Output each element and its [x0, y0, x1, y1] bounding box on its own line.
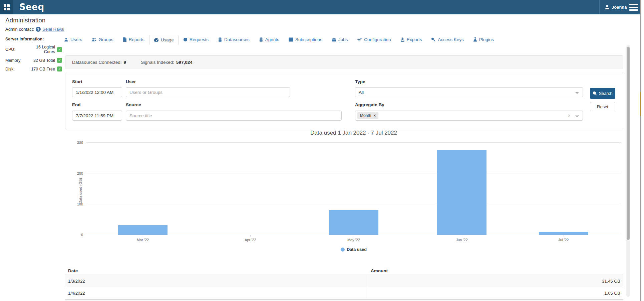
legend-item-data-used[interactable]: Data used: [341, 247, 367, 252]
clear-selection-icon[interactable]: ×: [568, 113, 571, 118]
source-input[interactable]: [126, 111, 342, 121]
content-scrollbar-track[interactable]: [626, 45, 630, 297]
amount-cell: 31.45 GB: [368, 275, 623, 287]
legend-marker-icon: [341, 248, 345, 252]
question-circle-icon: ?: [36, 27, 41, 32]
reset-button[interactable]: Reset: [590, 102, 615, 111]
x-tick: [250, 235, 251, 237]
admin-contact-link[interactable]: Sejal Raval: [42, 27, 64, 32]
x-tick-label: Mar '22: [137, 238, 149, 242]
y-tick-label: 0: [81, 233, 83, 237]
stats-bar: Datasources Connected: 9 Signals Indexed…: [65, 55, 623, 69]
x-tick: [564, 235, 564, 237]
x-tick: [354, 235, 354, 237]
gridline: [86, 173, 621, 173]
search-icon: [593, 91, 597, 96]
signals-indexed-stat: Signals Indexed: 597,024: [141, 60, 193, 65]
aggregate-by-multiselect[interactable]: Month × ×: [355, 111, 583, 121]
admin-contact: Admin contact: ? Sejal Raval: [5, 27, 64, 32]
x-tick-label: Jun '22: [456, 238, 467, 242]
aggregate-tag-month: Month ×: [357, 112, 378, 119]
date-cell: 1/3/2022: [65, 275, 368, 287]
gridline: [86, 204, 621, 204]
x-tick: [462, 235, 462, 237]
check-icon: ✓: [57, 47, 62, 52]
grid-icon: [4, 4, 10, 10]
main-content: Datasources Connected: 9 Signals Indexed…: [65, 0, 623, 301]
admin-contact-label: Admin contact:: [5, 27, 34, 32]
user-label: User: [126, 79, 136, 84]
amount-cell: 1.05 GB: [368, 287, 623, 299]
date-column-header: Date: [65, 267, 368, 275]
usage-filter-panel: Start User Type All End Source Aggregate…: [65, 73, 623, 129]
scroll-annotation-marker: [640, 92, 641, 116]
x-tick-label: Jul '22: [558, 238, 569, 242]
hamburger-menu-icon[interactable]: [629, 4, 638, 11]
end-label: End: [72, 102, 81, 107]
type-label: Type: [355, 79, 365, 84]
y-tick-label: 200: [77, 171, 83, 175]
aggregate-by-label: Aggregate By: [355, 102, 384, 107]
table-row-partial: [65, 299, 623, 301]
x-tick-label: May '22: [347, 238, 360, 242]
start-date-input[interactable]: [72, 87, 122, 97]
content-scrollbar-thumb[interactable]: [627, 47, 630, 240]
server-info-cpu: CPU: 16 Logical Cores ✓: [5, 45, 62, 54]
table-header-row: Date Amount: [65, 267, 623, 275]
y-axis-title: Data used (GB): [78, 178, 82, 203]
signals-indexed-value: 597,024: [176, 60, 193, 65]
server-info-disk: Disk: 170 GB Free ✓: [5, 66, 62, 71]
table-row: 1/3/2022 31.45 GB: [65, 275, 623, 287]
seeq-logo: Seeq: [19, 2, 44, 12]
chart-plot: 0100200300Mar '22Apr '22May '22Jun '22Ju…: [86, 143, 621, 235]
gridline: [86, 142, 621, 143]
start-label: Start: [72, 79, 82, 84]
app-grid-button[interactable]: [0, 0, 13, 14]
end-date-input[interactable]: [72, 111, 122, 121]
datasources-connected-value: 9: [124, 60, 126, 65]
server-info-memory: Memory: 32 GB Total ✓: [5, 58, 62, 63]
chart-legend: Data used: [86, 247, 621, 252]
remove-tag-icon[interactable]: ×: [373, 113, 376, 118]
table-row: 1/4/2022 1.05 GB: [65, 287, 623, 299]
window-edge-scrollbar[interactable]: [640, 0, 641, 301]
check-icon: ✓: [57, 66, 62, 71]
y-tick-label: 300: [77, 141, 83, 145]
datasources-connected-stat: Datasources Connected: 9: [72, 60, 126, 65]
search-button[interactable]: Search: [590, 88, 615, 99]
server-info-heading: Server Information:: [5, 37, 62, 41]
chevron-down-icon: [575, 91, 579, 95]
bar-may22[interactable]: [329, 210, 378, 235]
y-tick-label: 100: [77, 202, 83, 206]
bar-jul22[interactable]: [539, 232, 588, 235]
server-info-panel: Server Information: CPU: 16 Logical Core…: [5, 37, 62, 75]
type-selected-value: All: [359, 90, 364, 95]
chart-title: Data used 1 Jan 2022 - 7 Jul 2022: [86, 130, 621, 136]
x-tick: [143, 235, 143, 237]
usage-table: Date Amount 1/3/2022 31.45 GB 1/4/2022 1…: [65, 267, 623, 301]
source-label: Source: [126, 102, 141, 107]
amount-column-header: Amount: [368, 267, 623, 275]
page-title: Administration: [5, 17, 45, 24]
user-input[interactable]: [126, 87, 290, 97]
date-cell: 1/4/2022: [65, 287, 368, 299]
usage-chart: Data used 1 Jan 2022 - 7 Jul 2022 Data u…: [65, 127, 623, 257]
check-icon: ✓: [57, 58, 62, 63]
chevron-down-icon: [575, 114, 579, 118]
type-select[interactable]: All: [355, 87, 583, 97]
x-tick-label: Apr '22: [245, 238, 256, 242]
bar-mar22[interactable]: [118, 225, 168, 235]
bar-jun22[interactable]: [437, 150, 487, 235]
